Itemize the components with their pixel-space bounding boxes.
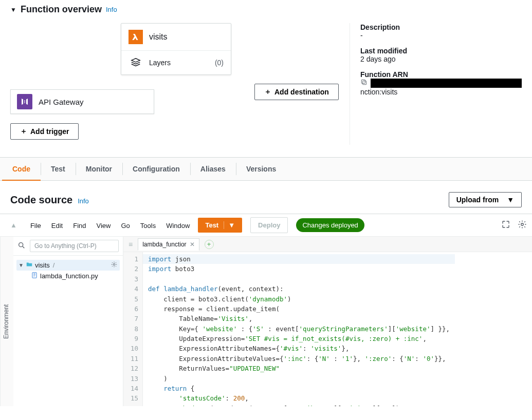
file-explorer: Go to Anything (Ctrl-P) ▼ visits / lambd… xyxy=(13,237,123,406)
svg-point-2 xyxy=(521,223,524,226)
tab-configuration[interactable]: Configuration xyxy=(122,158,190,180)
tree-root-folder[interactable]: ▼ visits / xyxy=(16,260,120,271)
copy-icon[interactable] xyxy=(360,79,368,87)
add-trigger-button[interactable]: ＋ Add trigger xyxy=(10,123,79,140)
add-destination-button[interactable]: ＋ Add destination xyxy=(254,84,339,100)
chevron-down-icon: ▼ xyxy=(19,262,24,268)
svg-point-3 xyxy=(19,242,23,246)
svg-rect-1 xyxy=(361,80,365,83)
ide-deploy-button: Deploy xyxy=(250,217,288,233)
collapse-caret-icon[interactable]: ▼ xyxy=(10,6,16,13)
tree-gear-icon[interactable] xyxy=(111,261,118,270)
layers-icon xyxy=(129,57,143,68)
editor-file-tab[interactable]: lambda_functior ✕ xyxy=(138,238,199,251)
close-icon[interactable]: ✕ xyxy=(190,241,195,248)
folder-icon xyxy=(26,261,33,270)
arn-suffix: nction:visits xyxy=(360,88,522,96)
menu-up-icon: ▲ xyxy=(5,219,22,231)
function-overview-section: ▼ Function overview Info visits Layers (… xyxy=(0,0,532,155)
fullscreen-icon[interactable] xyxy=(501,220,510,231)
function-name: visits xyxy=(149,32,168,42)
caret-down-icon: ▼ xyxy=(507,196,514,204)
tab-aliases[interactable]: Aliases xyxy=(190,158,236,180)
overview-info-link[interactable]: Info xyxy=(106,6,117,13)
search-icon[interactable] xyxy=(17,241,26,251)
menu-view[interactable]: View xyxy=(91,220,116,232)
code-editor[interactable]: 123456789101112131415161718 import jsoni… xyxy=(123,252,532,406)
code-content[interactable]: import jsonimport boto3 def lambda_handl… xyxy=(143,252,455,406)
code-source-info-link[interactable]: Info xyxy=(78,197,89,205)
ide-test-button[interactable]: Test ▼ xyxy=(198,218,242,233)
code-source-title: Code source xyxy=(10,194,72,206)
svg-rect-5 xyxy=(32,273,36,278)
ide-menubar: ▲ FileEditFindViewGoToolsWindow Test ▼ D… xyxy=(0,214,532,237)
arn-label: Function ARN xyxy=(360,70,522,79)
menu-find[interactable]: Find xyxy=(68,220,91,232)
tab-handle-icon: ≡ xyxy=(123,240,138,249)
function-card[interactable]: visits Layers (0) xyxy=(121,23,231,75)
lambda-tabs: CodeTestMonitorConfigurationAliasesVersi… xyxy=(0,157,532,181)
layers-label: Layers xyxy=(149,59,171,67)
description-label: Description xyxy=(360,23,522,31)
tab-versions[interactable]: Versions xyxy=(236,158,286,180)
lambda-icon xyxy=(129,30,143,44)
deploy-status-badge: Changes deployed xyxy=(296,218,364,232)
menu-edit[interactable]: Edit xyxy=(46,220,68,232)
tab-monitor[interactable]: Monitor xyxy=(76,158,122,180)
cloud9-ide: ▲ FileEditFindViewGoToolsWindow Test ▼ D… xyxy=(0,214,532,406)
test-dropdown-icon[interactable]: ▼ xyxy=(224,221,235,229)
menu-go[interactable]: Go xyxy=(116,220,135,232)
python-file-icon xyxy=(31,272,38,280)
overview-title: Function overview xyxy=(21,4,102,15)
overview-header[interactable]: ▼ Function overview Info xyxy=(10,4,522,15)
tab-test[interactable]: Test xyxy=(41,158,76,180)
tree-file-item[interactable]: lambda_function.py xyxy=(16,271,120,281)
last-modified-value: 2 days ago xyxy=(360,55,522,63)
line-gutter: 123456789101112131415161718 xyxy=(123,252,143,406)
arn-redacted xyxy=(371,79,522,88)
menu-window[interactable]: Window xyxy=(161,220,195,232)
function-meta-panel: Description - Last modified 2 days ago F… xyxy=(350,23,522,145)
svg-rect-0 xyxy=(363,81,366,85)
description-value: - xyxy=(360,31,522,40)
last-modified-label: Last modified xyxy=(360,47,522,55)
goto-anything-input[interactable]: Go to Anything (Ctrl-P) xyxy=(30,240,119,252)
designer-diagram: visits Layers (0) ＋ Add destination xyxy=(10,23,350,145)
new-tab-button[interactable]: + xyxy=(205,240,214,249)
layers-count: (0) xyxy=(215,59,224,67)
menu-file[interactable]: File xyxy=(25,220,46,232)
trigger-name: API Gateway xyxy=(39,98,84,106)
svg-point-4 xyxy=(113,263,115,265)
trigger-card[interactable]: API Gateway xyxy=(10,89,154,114)
editor-tab-strip: ≡ lambda_functior ✕ + xyxy=(123,237,532,252)
tree-file-label: lambda_function.py xyxy=(40,272,98,280)
tab-code[interactable]: Code xyxy=(2,158,41,180)
menu-tools[interactable]: Tools xyxy=(135,220,161,232)
environment-side-tab[interactable]: Environment xyxy=(0,237,13,406)
gear-icon[interactable] xyxy=(518,220,527,231)
tree-root-label: visits xyxy=(35,261,50,269)
plus-icon: ＋ xyxy=(20,127,27,136)
layers-row[interactable]: Layers (0) xyxy=(121,50,231,74)
plus-icon: ＋ xyxy=(264,87,271,97)
api-gateway-icon xyxy=(17,94,32,109)
upload-from-button[interactable]: Upload from ▼ xyxy=(449,192,522,207)
